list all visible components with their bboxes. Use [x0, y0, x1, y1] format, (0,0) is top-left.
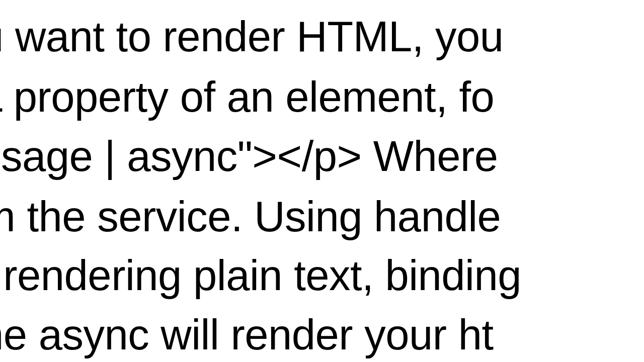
text-line-5: : rendering plain text, binding — [0, 254, 521, 297]
text-line-1: u want to render HTML, you — [0, 15, 504, 58]
text-line-6: he async will render your ht — [0, 313, 494, 356]
text-line-4: m the service. Using handle — [0, 195, 501, 238]
document-text-fragment: u want to render HTML, you L property of… — [0, 0, 644, 362]
text-line-3: ssage | async"></p> Where — [0, 135, 498, 177]
text-line-2: L property of an element, fo — [0, 75, 494, 118]
